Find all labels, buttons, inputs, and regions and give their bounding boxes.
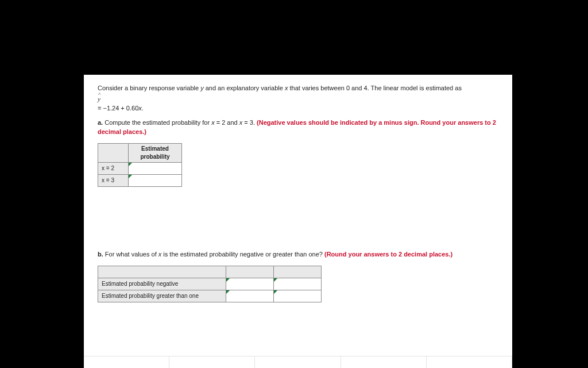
question-sheet: Consider a binary response variable y an… (84, 75, 512, 368)
intro-frag-1: Consider a binary response variable (98, 85, 200, 91)
bottom-tab[interactable] (169, 356, 255, 368)
table-b-header-row (98, 266, 322, 278)
formula-end: . (142, 105, 144, 112)
bottom-tab[interactable] (427, 356, 512, 368)
intro-frag-2: and an explanatory variable (204, 85, 285, 91)
table-a-blank-header (98, 143, 129, 162)
formula-body: = −1.24 + 0.60 (98, 105, 138, 112)
bottom-tab[interactable] (341, 356, 427, 368)
y-hat-symbol: y (98, 95, 100, 103)
row-x2-label: x = 2 (98, 162, 129, 174)
b-text-1: For what values of (103, 251, 158, 258)
question-a: a. Compute the estimated probability for… (98, 118, 498, 136)
input-x3[interactable] (129, 174, 182, 186)
bottom-tab[interactable] (255, 356, 341, 368)
b-red-note: (Round your answers to 2 decimal places.… (324, 251, 452, 258)
input-corner-icon (226, 290, 230, 294)
table-b: Estimated probability negative Estimated… (98, 266, 322, 302)
bottom-tab-strip (84, 356, 512, 368)
intro-frag-3: that varies between 0 and 4. The linear … (288, 85, 461, 91)
a-text-1: Compute the estimated probability for (103, 119, 211, 126)
input-gt1-2[interactable] (274, 290, 322, 302)
row-x3-label: x = 3 (98, 174, 129, 186)
a-eq-2: = 3. (242, 119, 257, 126)
label-b: b. (98, 251, 103, 258)
table-a-header: Estimated probability (129, 143, 182, 162)
table-row: x = 2 (98, 162, 182, 174)
input-corner-icon (129, 163, 132, 166)
input-corner-icon (129, 175, 132, 178)
question-b: b. For what values of x is the estimated… (98, 250, 498, 259)
y-hat-line: y (98, 95, 498, 103)
row-gt1-label: Estimated probability greater than one (98, 290, 226, 302)
table-b-blank-col1 (226, 266, 274, 278)
b-text-2: is the estimated probability negative or… (161, 251, 324, 258)
a-eq-1: = 2 and (215, 119, 239, 126)
table-a: Estimated probability x = 2 x = 3 (98, 143, 182, 187)
intro-text: Consider a binary response variable y an… (98, 84, 498, 93)
spacer (98, 187, 498, 250)
input-neg-1[interactable] (226, 278, 274, 290)
bottom-tab[interactable] (84, 356, 169, 368)
table-row: Estimated probability greater than one (98, 290, 322, 302)
label-a: a. (98, 119, 103, 126)
input-corner-icon (274, 290, 277, 294)
input-x2[interactable] (129, 162, 182, 174)
input-corner-icon (226, 278, 230, 282)
table-row: x = 3 (98, 174, 182, 186)
table-b-blank-col2 (274, 266, 322, 278)
table-b-blank-header (98, 266, 226, 278)
row-neg-label: Estimated probability negative (98, 278, 226, 290)
table-a-header-row: Estimated probability (98, 143, 182, 162)
table-row: Estimated probability negative (98, 278, 322, 290)
model-formula: = −1.24 + 0.60x. (98, 104, 498, 113)
input-corner-icon (274, 278, 277, 282)
input-neg-2[interactable] (274, 278, 322, 290)
input-gt1-1[interactable] (226, 290, 274, 302)
